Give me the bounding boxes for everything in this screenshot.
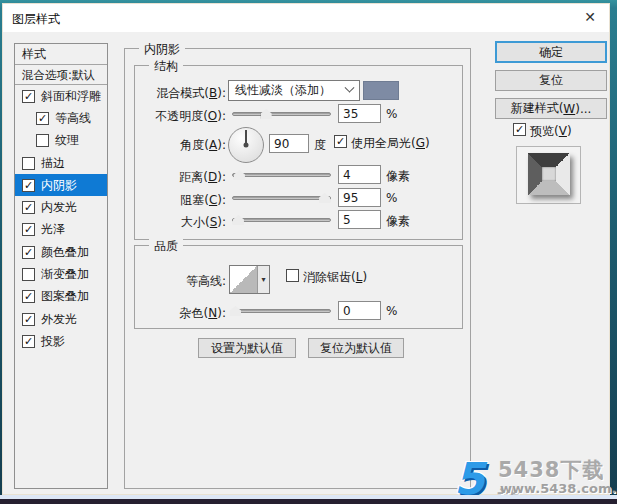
preview-label: 预览(V) bbox=[530, 123, 572, 140]
sidebar-item[interactable]: ✓ 等高线 bbox=[15, 107, 107, 129]
angle-label: 角度(A): bbox=[116, 137, 226, 154]
styles-list: 样式 混合选项:默认 ✓ 斜面和浮雕 ✓ 等高线 纹理 描边 ✓ 内阴影 ✓ 内… bbox=[14, 43, 108, 489]
reset-default-button[interactable]: 复位为默认值 bbox=[308, 338, 404, 358]
distance-slider[interactable] bbox=[232, 169, 331, 181]
size-slider[interactable] bbox=[232, 214, 331, 226]
slider-track[interactable] bbox=[232, 309, 331, 313]
sidebar-item-label: 等高线 bbox=[55, 110, 91, 127]
opacity-label: 不透明度(O): bbox=[116, 108, 226, 125]
antialias-checkbox[interactable] bbox=[286, 269, 299, 282]
sidebar-item[interactable]: 渐变叠加 bbox=[15, 263, 107, 285]
blend-mode-select[interactable]: 线性减淡（添加） bbox=[228, 80, 360, 101]
style-preview bbox=[516, 146, 581, 204]
slider-track[interactable] bbox=[232, 173, 331, 177]
style-checkbox[interactable] bbox=[22, 157, 35, 170]
watermark-site-url: www.5438.com.cn bbox=[500, 481, 617, 496]
style-checkbox[interactable]: ✓ bbox=[22, 246, 35, 259]
opacity-unit: % bbox=[386, 107, 397, 121]
sidebar-item[interactable]: 纹理 bbox=[15, 130, 107, 152]
choke-unit: % bbox=[386, 191, 397, 205]
contour-dropdown-arrow[interactable]: ▾ bbox=[257, 266, 269, 293]
shadow-color-swatch[interactable] bbox=[363, 81, 399, 100]
style-checkbox[interactable]: ✓ bbox=[22, 90, 35, 103]
slider-track[interactable] bbox=[232, 196, 331, 200]
noise-unit: % bbox=[386, 304, 397, 318]
layer-style-dialog: 图层样式 ✕ 样式 混合选项:默认 ✓ 斜面和浮雕 ✓ 等高线 纹理 描边 ✓ … bbox=[2, 3, 610, 495]
sidebar-item-blending-options[interactable]: 混合选项:默认 bbox=[15, 65, 107, 85]
sidebar-item[interactable]: ✓ 内阴影 bbox=[15, 174, 107, 196]
angle-unit: 度 bbox=[314, 137, 326, 154]
close-icon[interactable]: ✕ bbox=[584, 9, 596, 25]
bottom-dark-strip bbox=[0, 499, 617, 504]
choke-input[interactable]: 95 bbox=[338, 188, 381, 207]
sidebar-item-label: 斜面和浮雕 bbox=[41, 88, 101, 105]
noise-label: 杂色(N): bbox=[116, 305, 226, 322]
sidebar-item[interactable]: ✓ 颜色叠加 bbox=[15, 241, 107, 263]
choke-slider[interactable] bbox=[232, 192, 331, 204]
ok-button[interactable]: 确定 bbox=[495, 41, 607, 63]
contour-thumbnail bbox=[230, 266, 257, 293]
noise-input[interactable]: 0 bbox=[338, 301, 381, 320]
sidebar-item[interactable]: ✓ 图案叠加 bbox=[15, 286, 107, 308]
sidebar-item[interactable]: ✓ 内发光 bbox=[15, 196, 107, 218]
angle-input[interactable]: 90 bbox=[269, 134, 309, 153]
dialog-titlebar[interactable]: 图层样式 ✕ bbox=[3, 4, 609, 32]
new-style-button[interactable]: 新建样式(W)... bbox=[495, 98, 607, 119]
preview-gem-icon bbox=[528, 153, 570, 195]
use-global-light-checkbox[interactable]: ✓ bbox=[334, 135, 347, 148]
distance-input[interactable]: 4 bbox=[338, 165, 381, 184]
opacity-slider[interactable] bbox=[232, 108, 331, 120]
style-checkbox[interactable] bbox=[36, 134, 49, 147]
style-checkbox[interactable]: ✓ bbox=[22, 290, 35, 303]
style-checkbox[interactable]: ✓ bbox=[22, 201, 35, 214]
slider-thumb[interactable] bbox=[261, 109, 272, 119]
sidebar-item-label: 图案叠加 bbox=[41, 288, 89, 305]
sidebar-item-styles[interactable]: 样式 bbox=[15, 44, 107, 65]
sidebar-item[interactable]: ✓ 外发光 bbox=[15, 308, 107, 330]
reset-button[interactable]: 复位 bbox=[495, 70, 607, 91]
slider-thumb[interactable] bbox=[234, 170, 245, 180]
slider-thumb[interactable] bbox=[319, 193, 330, 203]
distance-label: 距离(D): bbox=[116, 169, 226, 186]
size-unit: 像素 bbox=[386, 213, 410, 230]
preview-checkbox[interactable]: ✓ bbox=[513, 123, 526, 136]
choke-label: 阻塞(C): bbox=[116, 192, 226, 209]
dialog-title: 图层样式 bbox=[12, 11, 60, 28]
sidebar-item-label: 渐变叠加 bbox=[41, 266, 89, 283]
panel-title: 内阴影 bbox=[139, 41, 185, 58]
sidebar-item[interactable]: ✓ 投影 bbox=[15, 330, 107, 352]
quality-legend: 品质 bbox=[149, 238, 183, 255]
structure-legend: 结构 bbox=[149, 58, 183, 75]
antialias-label: 消除锯齿(L) bbox=[303, 269, 367, 286]
sidebar-item-label: 内发光 bbox=[41, 199, 77, 216]
sidebar-item-label: 颜色叠加 bbox=[41, 244, 89, 261]
sidebar-style-items: ✓ 斜面和浮雕 ✓ 等高线 纹理 描边 ✓ 内阴影 ✓ 内发光 ✓ 光泽 ✓ 颜… bbox=[15, 85, 107, 353]
sidebar-item-label: 外发光 bbox=[41, 311, 77, 328]
sidebar-item[interactable]: 描边 bbox=[15, 152, 107, 174]
sidebar-item[interactable]: ✓ 斜面和浮雕 bbox=[15, 85, 107, 107]
opacity-input[interactable]: 35 bbox=[338, 104, 381, 123]
noise-slider[interactable] bbox=[232, 305, 331, 317]
style-checkbox[interactable] bbox=[22, 268, 35, 281]
slider-track[interactable] bbox=[232, 112, 331, 116]
angle-dial[interactable] bbox=[228, 127, 264, 163]
slider-track[interactable] bbox=[232, 218, 331, 222]
sidebar-item-label: 光泽 bbox=[41, 221, 65, 238]
style-checkbox[interactable]: ✓ bbox=[22, 313, 35, 326]
blend-mode-value: 线性减淡（添加） bbox=[235, 82, 346, 99]
style-checkbox[interactable]: ✓ bbox=[22, 179, 35, 192]
style-checkbox[interactable]: ✓ bbox=[22, 335, 35, 348]
sidebar-item[interactable]: ✓ 光泽 bbox=[15, 219, 107, 241]
make-default-button[interactable]: 设置为默认值 bbox=[198, 338, 296, 358]
use-global-light-label: 使用全局光(G) bbox=[351, 135, 430, 152]
slider-thumb[interactable] bbox=[233, 215, 244, 225]
sidebar-item-label: 描边 bbox=[41, 155, 65, 172]
style-checkbox[interactable]: ✓ bbox=[22, 223, 35, 236]
blend-mode-label: 混合模式(B): bbox=[116, 85, 226, 102]
contour-picker[interactable]: ▾ bbox=[229, 265, 270, 294]
slider-thumb[interactable] bbox=[230, 306, 241, 316]
sidebar-item-label: 内阴影 bbox=[41, 177, 77, 194]
style-checkbox[interactable]: ✓ bbox=[36, 112, 49, 125]
size-input[interactable]: 5 bbox=[338, 210, 381, 229]
contour-label: 等高线: bbox=[116, 273, 226, 290]
